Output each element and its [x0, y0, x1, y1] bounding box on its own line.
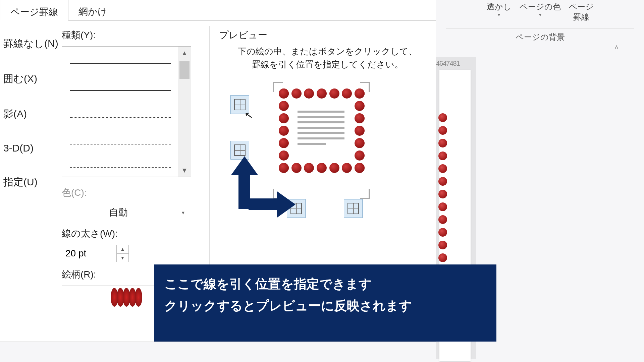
- line-style-list[interactable]: ▲ ▼: [62, 46, 191, 177]
- color-label: 色(C):: [62, 186, 205, 199]
- cursor-icon: ↖: [244, 109, 254, 122]
- ribbon-page-border-button[interactable]: ページ 罫線: [569, 1, 594, 22]
- ruler-numbers: 4647481: [436, 60, 460, 67]
- scroll-up-icon[interactable]: ▲: [178, 47, 191, 59]
- scrollbar[interactable]: ▲ ▼: [178, 47, 191, 177]
- chevron-down-icon: ▾: [487, 12, 512, 18]
- style-label: 種類(Y):: [62, 29, 205, 42]
- ribbon-page-color-label: ページの色: [520, 1, 561, 12]
- caption-line-1: ここで線を引く位置を指定できます: [164, 273, 486, 295]
- line-style-option[interactable]: [70, 117, 171, 118]
- tab-shading[interactable]: 網かけ: [68, 0, 117, 20]
- chevron-down-icon: ▾: [520, 12, 561, 18]
- ribbon-watermark-label: 透かし: [487, 1, 512, 12]
- preview-diagram: ↖: [222, 82, 424, 239]
- border-icon: [347, 203, 359, 214]
- ribbon-watermark-button[interactable]: 透かし ▾: [487, 1, 512, 22]
- line-style-option[interactable]: [70, 144, 171, 144]
- scroll-thumb[interactable]: [179, 61, 190, 79]
- width-label: 線の太さ(W):: [62, 227, 205, 240]
- preset-none[interactable]: 罫線なし(N): [2, 26, 60, 61]
- line-style-option[interactable]: [70, 167, 171, 168]
- line-style-option[interactable]: [70, 63, 171, 64]
- preview-page-text-icon: [298, 111, 344, 148]
- border-right-toggle[interactable]: [344, 199, 363, 218]
- document-art-border: [438, 109, 447, 279]
- preset-box[interactable]: 囲む(X): [2, 61, 60, 97]
- preview-hint-text: 下の絵の中、またはボタンをクリックして、罫線を引く位置を指定してください。: [233, 45, 421, 71]
- annotation-caption: ここで線を引く位置を指定できます クリックするとプレビューに反映されます: [154, 264, 496, 342]
- annotation-arrow-icon: [277, 191, 296, 218]
- line-style-option[interactable]: [70, 90, 171, 91]
- color-dropdown[interactable]: 自動 ▾: [62, 204, 191, 221]
- ribbon-collapse-icon[interactable]: ＾: [612, 43, 621, 54]
- dialog-tabs: ページ罫線 網かけ: [0, 0, 436, 21]
- ribbon-group-label: ページの背景: [446, 28, 634, 46]
- spinner-down-icon[interactable]: ▼: [117, 254, 128, 262]
- color-value: 自動: [62, 204, 175, 221]
- preset-3d[interactable]: 3-D(D): [2, 132, 60, 165]
- spinner-up-icon[interactable]: ▲: [117, 245, 128, 254]
- ribbon-page-background-group: 透かし ▾ ページの色 ▾ ページ 罫線 ページの背景 ＾: [446, 0, 634, 54]
- border-icon: [234, 144, 246, 156]
- scroll-down-icon[interactable]: ▼: [178, 164, 191, 177]
- annotation-arrow-icon: [249, 198, 279, 210]
- border-icon: [234, 99, 246, 110]
- setting-presets-column: 罫線なし(N) 囲む(X) 影(A) 3-D(D) 指定(U): [0, 26, 60, 309]
- ribbon-page-color-button[interactable]: ページの色 ▾: [520, 1, 561, 22]
- tab-page-border[interactable]: ページ罫線: [0, 0, 68, 21]
- chevron-down-icon[interactable]: ▾: [175, 204, 191, 221]
- width-spinner[interactable]: 20 pt ▲ ▼: [62, 245, 129, 262]
- width-value: 20 pt: [62, 245, 116, 262]
- annotation-arrow-icon: [238, 172, 250, 209]
- preview-title: プレビュー: [219, 29, 436, 42]
- crop-mark-icon: [360, 189, 370, 199]
- preset-shadow[interactable]: 影(A): [2, 97, 60, 132]
- preset-custom[interactable]: 指定(U): [2, 165, 60, 200]
- caption-line-2: クリックするとプレビューに反映されます: [164, 295, 486, 317]
